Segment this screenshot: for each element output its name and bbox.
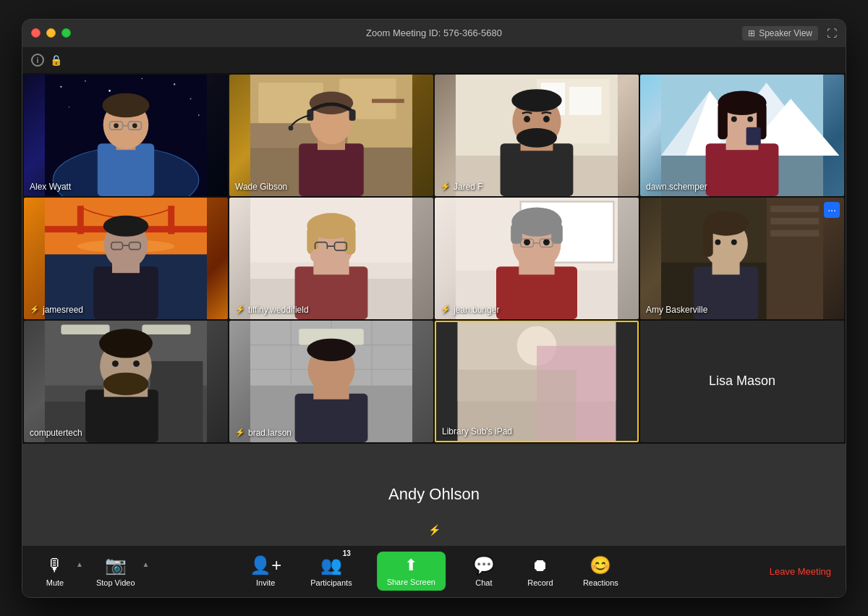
svg-rect-38	[501, 143, 574, 196]
video-cell-tiffiny[interactable]: ⚡ tiffiny.weddifield	[229, 198, 433, 319]
video-chevron-icon[interactable]: ▲	[142, 560, 150, 568]
video-cell-library[interactable]: Library Sub's iPad	[435, 321, 639, 442]
lisa-name-display: Lisa Mason	[709, 374, 775, 389]
microphone-icon: 🎙	[46, 555, 64, 575]
stop-video-label: Stop Video	[96, 578, 135, 587]
svg-point-14	[103, 93, 150, 117]
svg-point-18	[114, 123, 119, 128]
video-cell-lisa[interactable]: Lisa Mason	[640, 321, 844, 442]
toolbar-center: 👤+ Invite 👥 13 Participants ⬆ Share Scre…	[245, 552, 623, 591]
invite-button[interactable]: 👤+ Invite	[245, 552, 286, 590]
svg-rect-26	[299, 143, 364, 196]
video-cell-dawn[interactable]: dawn.schemper	[640, 75, 844, 196]
video-cell-computertech[interactable]: computertech	[24, 321, 228, 442]
library-name: Library Sub's iPad	[442, 426, 512, 436]
amy-name: Amy Baskerville	[646, 305, 707, 315]
svg-point-41	[511, 89, 561, 111]
svg-point-1	[60, 85, 61, 87]
mute-label: Mute	[46, 578, 64, 587]
video-cell-james[interactable]: ⚡ jamesreed	[24, 198, 228, 319]
top-bar: i 🔒	[22, 47, 846, 73]
svg-rect-108	[770, 218, 819, 224]
fullscreen-button[interactable]: ⛶	[827, 28, 837, 39]
share-screen-button[interactable]: ⬆ Share Screen	[377, 552, 446, 591]
minimize-button[interactable]	[46, 28, 56, 38]
svg-point-32	[289, 125, 294, 130]
invite-icon: 👤+	[250, 555, 281, 575]
svg-rect-58	[746, 127, 761, 145]
info-icon[interactable]: i	[31, 54, 44, 67]
label-computertech: computertech	[30, 428, 82, 438]
mute-indicator-jared: ⚡	[441, 182, 451, 191]
svg-point-4	[142, 77, 143, 79]
share-screen-icon: ⬆	[404, 556, 417, 575]
svg-rect-68	[93, 266, 158, 319]
video-cell-jean[interactable]: ⚡ jean.bunger	[435, 198, 639, 319]
reactions-button[interactable]: 😊 Reactions	[579, 552, 623, 590]
video-cell-wade[interactable]: Wade Gibson	[229, 75, 433, 196]
stop-video-button[interactable]: 📷 Stop Video	[92, 552, 140, 590]
more-options-button[interactable]: ···	[824, 202, 840, 218]
computertech-name: computertech	[30, 428, 82, 438]
video-cell-amy[interactable]: ··· Amy Baskerville	[640, 198, 844, 319]
svg-point-129	[133, 360, 140, 366]
record-icon: ⏺	[532, 555, 549, 575]
close-button[interactable]	[31, 28, 41, 38]
svg-point-126	[99, 329, 153, 358]
tiffiny-name: tiffiny.weddifield	[248, 305, 309, 315]
label-jared: ⚡ Jared F	[441, 182, 483, 192]
svg-rect-107	[770, 206, 819, 212]
share-screen-label: Share Screen	[387, 578, 435, 586]
participants-label: Participants	[310, 578, 352, 587]
label-brad: ⚡ brad.larson	[235, 428, 292, 438]
svg-point-8	[198, 114, 200, 116]
svg-rect-56	[718, 103, 727, 139]
toolbar-left: 🎙 Mute ▲ 📷 Stop Video ▲	[37, 552, 149, 590]
window-title: Zoom Meeting ID: 576-366-5680	[366, 28, 502, 38]
svg-rect-31	[349, 109, 356, 121]
zoom-window: Zoom Meeting ID: 576-366-5680 ⊞ Speaker …	[22, 19, 846, 598]
leave-meeting-button[interactable]: Leave Meeting	[770, 566, 831, 577]
maximize-button[interactable]	[61, 28, 71, 38]
video-cell-alex[interactable]: Alex Wyatt	[24, 75, 228, 196]
svg-point-43	[524, 116, 530, 122]
svg-point-100	[543, 239, 550, 245]
svg-rect-114	[703, 224, 712, 256]
james-name: jamesreed	[43, 305, 83, 315]
video-cell-brad[interactable]: ⚡ brad.larson	[229, 321, 433, 442]
video-chevron-area: ▲	[142, 560, 150, 568]
main-content: i 🔒	[22, 47, 846, 545]
svg-point-60	[747, 116, 753, 122]
participants-icon-container: 👥 13	[320, 555, 342, 575]
svg-point-42	[516, 127, 557, 147]
video-cell-andy[interactable]: Andy Ohlson ⚡	[22, 444, 846, 545]
mute-chevron-icon[interactable]: ▲	[76, 560, 83, 568]
svg-point-89	[310, 248, 333, 263]
svg-point-2	[85, 80, 86, 82]
label-alex: Alex Wyatt	[30, 182, 71, 192]
alex-name: Alex Wyatt	[30, 182, 71, 192]
jared-name: Jared F	[454, 182, 483, 192]
grid-icon: ⊞	[748, 28, 755, 38]
speaker-view-button[interactable]: ⊞ Speaker View	[742, 26, 818, 41]
svg-point-3	[109, 90, 111, 92]
chat-button[interactable]: 💬 Chat	[466, 552, 502, 590]
svg-rect-119	[61, 324, 109, 334]
mute-indicator-jean: ⚡	[441, 305, 451, 314]
andy-mute-icon: ⚡	[428, 524, 441, 536]
participants-icon: 👥	[320, 555, 342, 575]
svg-rect-66	[77, 206, 84, 234]
mute-indicator-brad: ⚡	[235, 428, 245, 437]
mute-button[interactable]: 🎙 Mute	[37, 552, 73, 590]
svg-rect-11	[98, 143, 154, 196]
record-button[interactable]: ⏺ Record	[522, 552, 558, 590]
chat-icon: 💬	[473, 555, 495, 575]
participants-button[interactable]: 👥 13 Participants	[306, 552, 356, 590]
mute-chevron-area: ▲	[76, 560, 83, 568]
brad-name: brad.larson	[248, 428, 292, 438]
svg-rect-37	[569, 86, 602, 114]
record-label: Record	[527, 578, 553, 587]
svg-point-127	[103, 372, 149, 395]
video-cell-jared[interactable]: ⚡ Jared F	[435, 75, 639, 196]
label-james: ⚡ jamesreed	[30, 305, 83, 315]
